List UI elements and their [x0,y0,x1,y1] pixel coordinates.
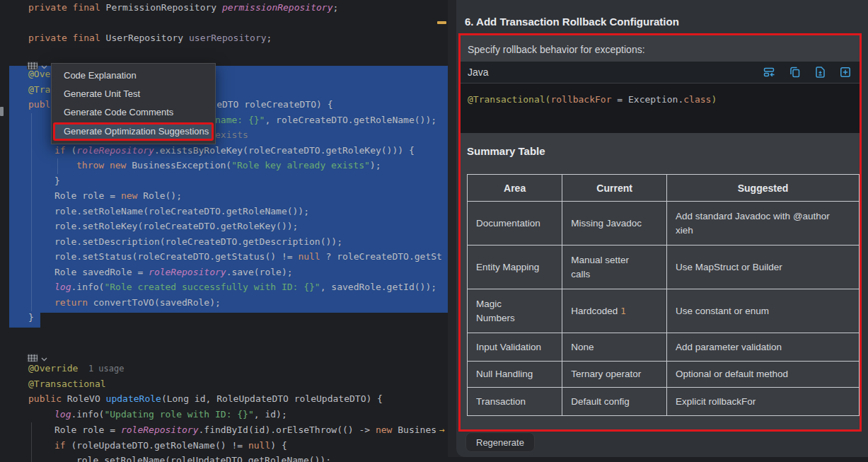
chevron-down-icon[interactable] [41,59,47,72]
code-snippet-body: @Transactional(rollbackFor = Exception.c… [461,83,860,133]
indent-guide [57,158,58,174]
language-label: Java [468,67,763,78]
indent-guide [31,113,32,311]
table-cell: Documentation [468,202,562,246]
copy-icon[interactable] [789,67,801,78]
summary-table: AreaCurrentSuggestedDocumentationMissing… [467,174,860,416]
code-line: if (roleRepository.existsByRoleKey(roleC… [54,144,415,157]
section-title: 6. Add Transaction Rollback Configuratio… [465,16,679,28]
table-row: Entity MappingManual setter callsUse Map… [468,246,860,289]
code-line: } [28,311,34,324]
menu-item-code-explanation[interactable]: Code Explanation [52,67,215,85]
table-row: TransactionDefault configExplicit rollba… [468,388,860,416]
table-row: DocumentationMissing JavadocAdd standard… [468,202,860,246]
ide-window: private final PermissionRepository permi… [0,0,868,462]
code-line: return convertToVO(savedRole); [54,296,221,309]
menu-item-generate-code-comments[interactable]: Generate Code Comments [52,103,215,122]
code-line: } [54,175,60,187]
code-line: if (roleUpdateDTO.getRoleName() != null)… [54,439,287,452]
table-cell: Null Handling [468,362,562,388]
code-line: log.info("Role created successfully with… [54,281,436,294]
section-description: Specify rollback behavior for exceptions… [468,44,645,55]
summary-table-heading: Summary Table [467,145,545,157]
code-line: private final PermissionRepository permi… [28,1,338,14]
annotation-red-box: Specify rollback behavior for exceptions… [458,33,862,432]
code-action-icons [763,67,851,78]
table-row: Input ValidationNoneAdd parameter valida… [468,333,860,362]
table-cell: Default config [562,388,667,416]
code-snippet-block: Java @Transactional(rollbackFor = Except… [461,62,860,133]
code-line: public RoleVO updateRole(Long id, RoleUp… [28,393,383,405]
code-line: Role role = roleRepository.findById(id).… [54,424,436,437]
table-cell: Transaction [468,388,562,416]
table-cell: Missing Javadoc [562,202,667,246]
table-cell: Optional or default method [667,362,860,388]
ai-plugin-badge[interactable] [27,59,47,72]
code-line: role.setRoleName(roleUpdateDTO.getRoleNa… [76,454,331,462]
table-header-current: Current [562,175,667,202]
table-cell: Add parameter validation [667,333,860,362]
code-line: log.info("Updating role with ID: {}", id… [54,408,287,421]
ai-plugin-icon[interactable] [27,354,38,362]
selection-highlight-tail [9,313,40,328]
chevron-down-icon[interactable] [41,352,47,364]
ai-context-menu: Code ExplanationGenerate Unit TestGenera… [51,63,216,144]
code-line: private final UserRepository userReposit… [28,32,272,45]
table-cell: Magic Numbers [468,289,562,333]
table-cell: Manual setter calls [562,246,667,289]
table-cell: Use constant or enum [667,289,860,333]
code-line: role.setRoleName(roleCreateDTO.getRoleNa… [54,205,309,218]
code-line: role.setStatus(roleCreateDTO.getStatus()… [54,250,442,263]
table-cell: Hardcoded 1 [562,289,667,333]
code-line: role.setRoleKey(roleCreateDTO.getRoleKey… [54,220,298,233]
indent-guide [31,422,32,462]
gutter-change-marker [0,107,4,116]
ai-plugin-badge[interactable] [27,352,47,364]
new-file-icon[interactable] [840,67,851,78]
table-cell: Explicit rollbackFor [667,388,860,416]
code-line: Role role = new Role(); [54,190,182,202]
table-row: Magic NumbersHardcoded 1Use constant or … [468,289,860,333]
code-line: role.setDescription(roleCreateDTO.getDes… [54,236,342,248]
regenerate-button[interactable]: Regenerate [465,432,535,452]
table-cell: Entity Mapping [468,246,562,289]
code-line: throw new BusinessException("Role key al… [76,159,381,172]
table-cell: None [562,333,667,362]
table-cell: Ternary operator [562,362,667,388]
table-cell: Add standard Javadoc with @author xieh [667,202,860,246]
menu-item-generate-optimization-suggestions[interactable]: Generate Optimization Suggestions [53,122,214,141]
ai-plugin-icon[interactable] [27,62,38,70]
scrollbar-annotation-mark [437,21,446,24]
panel-bottom-edge [448,457,868,462]
insert-at-caret-icon[interactable] [763,67,775,78]
table-cell: Input Validation [468,333,562,362]
menu-item-generate-unit-test[interactable]: Generate Unit Test [52,85,215,103]
table-row: Null HandlingTernary operatorOptional or… [468,362,860,388]
code-snippet-header: Java [461,62,860,83]
table-header-area: Area [468,175,562,202]
soft-wrap-arrow-icon: → [439,425,445,435]
apply-patch-icon[interactable] [815,67,826,78]
table-cell: Use MapStruct or Builder [667,246,860,289]
code-line: @Transactional [28,378,106,391]
table-header-suggested: Suggested [667,175,860,202]
snippet-code: @Transactional(rollbackFor = Exception.c… [468,94,717,105]
code-line: Role savedRole = roleRepository.save(rol… [54,266,293,279]
